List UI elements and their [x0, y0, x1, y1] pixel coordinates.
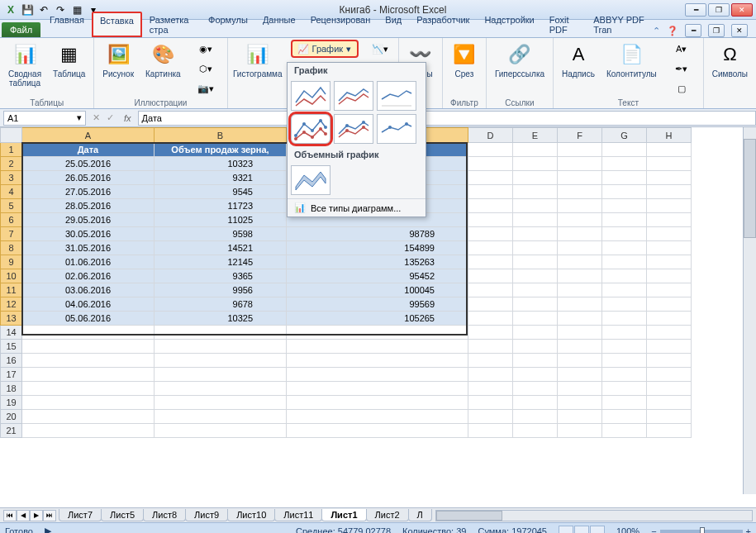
doc-minimize-button[interactable]: ━ — [685, 24, 701, 37]
data-cell[interactable]: 9956 — [155, 283, 287, 297]
maximize-button[interactable]: ❐ — [708, 3, 730, 17]
data-cell[interactable]: 154899 — [287, 241, 468, 255]
cell[interactable] — [647, 312, 692, 326]
cell[interactable] — [513, 424, 558, 438]
chart-line-100stacked[interactable] — [377, 81, 416, 111]
cell[interactable] — [602, 283, 647, 297]
cell[interactable] — [155, 326, 287, 340]
row-header-8[interactable]: 8 — [1, 241, 22, 255]
cell[interactable] — [155, 368, 287, 382]
row-header-9[interactable]: 9 — [1, 255, 22, 269]
cell[interactable] — [558, 354, 602, 368]
cell[interactable] — [602, 340, 647, 354]
col-header-E[interactable]: E — [513, 128, 558, 143]
data-cell[interactable]: 10323 — [155, 157, 287, 171]
cell[interactable] — [558, 396, 602, 410]
sheet-tab-Лист7[interactable]: Лист7 — [59, 509, 102, 521]
row-header-15[interactable]: 15 — [1, 340, 22, 354]
cell[interactable] — [287, 326, 468, 340]
cell[interactable] — [558, 199, 602, 213]
cell[interactable] — [22, 354, 155, 368]
data-cell[interactable]: 95452 — [287, 269, 468, 283]
row-header-17[interactable]: 17 — [1, 368, 22, 382]
cell[interactable] — [513, 171, 558, 185]
sheet-next-button[interactable]: ▶ — [30, 510, 43, 521]
data-cell[interactable]: 135263 — [287, 255, 468, 269]
formula-input[interactable]: Дата — [138, 111, 756, 126]
picture-button[interactable]: 🖼️ Рисунок — [99, 40, 137, 80]
cell[interactable] — [513, 157, 558, 171]
col-header-B[interactable]: B — [155, 128, 287, 143]
data-cell[interactable]: 14521 — [155, 241, 287, 255]
cell[interactable] — [647, 213, 692, 227]
col-header-H[interactable]: H — [647, 128, 692, 143]
data-cell[interactable]: 9321 — [155, 171, 287, 185]
sheet-first-button[interactable]: ⏮ — [3, 510, 17, 521]
cell[interactable] — [602, 312, 647, 326]
data-cell[interactable]: 9598 — [155, 227, 287, 241]
data-cell[interactable]: 11025 — [155, 213, 287, 227]
name-box[interactable]: A1 ▾ — [3, 111, 86, 126]
cell[interactable] — [647, 255, 692, 269]
doc-close-button[interactable]: ✕ — [731, 24, 748, 37]
row-header-7[interactable]: 7 — [1, 227, 22, 241]
cell[interactable] — [647, 382, 692, 396]
cell[interactable] — [155, 424, 287, 438]
clipart-button[interactable]: 🎨 Картинка — [142, 40, 184, 80]
cell[interactable] — [558, 410, 602, 424]
cell[interactable] — [558, 312, 602, 326]
data-cell[interactable]: 25.05.2016 — [22, 157, 155, 171]
cell[interactable] — [558, 185, 602, 199]
cell[interactable] — [468, 382, 513, 396]
cell[interactable] — [602, 143, 647, 157]
zoom-level[interactable]: 100% — [616, 526, 640, 534]
data-cell[interactable]: 10325 — [155, 312, 287, 326]
cell[interactable] — [558, 368, 602, 382]
cell[interactable] — [513, 312, 558, 326]
cell[interactable] — [602, 185, 647, 199]
cell[interactable] — [647, 410, 692, 424]
all-chart-types-button[interactable]: 📊 Все типы диаграмм... — [288, 198, 426, 217]
cell[interactable] — [602, 171, 647, 185]
cell[interactable] — [468, 185, 513, 199]
ribbon-tab-4[interactable]: Данные — [255, 12, 303, 37]
cell[interactable] — [647, 199, 692, 213]
cell[interactable] — [602, 368, 647, 382]
header-footer-button[interactable]: 📄 Колонтитулы — [603, 40, 660, 80]
wordart-button[interactable]: A▾ — [665, 40, 698, 58]
cell[interactable] — [602, 326, 647, 340]
ribbon-tab-5[interactable]: Рецензирован — [303, 12, 378, 37]
cell[interactable] — [602, 297, 647, 312]
view-pagebreak-button[interactable] — [590, 526, 605, 534]
data-cell[interactable]: 98789 — [287, 227, 468, 241]
pivot-table-button[interactable]: 📊 Сводная таблица — [5, 40, 45, 89]
cell[interactable] — [558, 213, 602, 227]
cell[interactable] — [602, 396, 647, 410]
cell[interactable] — [513, 354, 558, 368]
cell[interactable] — [513, 396, 558, 410]
ribbon-tab-1[interactable]: Вставка — [92, 12, 142, 37]
cell[interactable] — [602, 255, 647, 269]
cell[interactable] — [647, 424, 692, 438]
row-header-14[interactable]: 14 — [1, 326, 22, 340]
close-button[interactable]: ✕ — [731, 3, 753, 17]
view-layout-button[interactable] — [574, 526, 589, 534]
sheet-tab-Лист8[interactable]: Лист8 — [143, 509, 186, 521]
ribbon-tab-2[interactable]: Разметка стра — [142, 12, 201, 37]
sheet-tab-Лист10[interactable]: Лист10 — [227, 509, 275, 521]
enter-formula-icon[interactable]: ✓ — [103, 112, 117, 123]
cell[interactable] — [22, 326, 155, 340]
cell[interactable] — [468, 157, 513, 171]
cell[interactable] — [602, 382, 647, 396]
cell[interactable] — [647, 269, 692, 283]
cell[interactable] — [647, 283, 692, 297]
cell[interactable] — [602, 227, 647, 241]
cell[interactable] — [513, 269, 558, 283]
cell[interactable] — [468, 312, 513, 326]
cell[interactable] — [155, 354, 287, 368]
cell[interactable] — [513, 283, 558, 297]
cell[interactable] — [468, 283, 513, 297]
cell[interactable] — [647, 368, 692, 382]
cell[interactable] — [155, 410, 287, 424]
cell[interactable] — [468, 171, 513, 185]
